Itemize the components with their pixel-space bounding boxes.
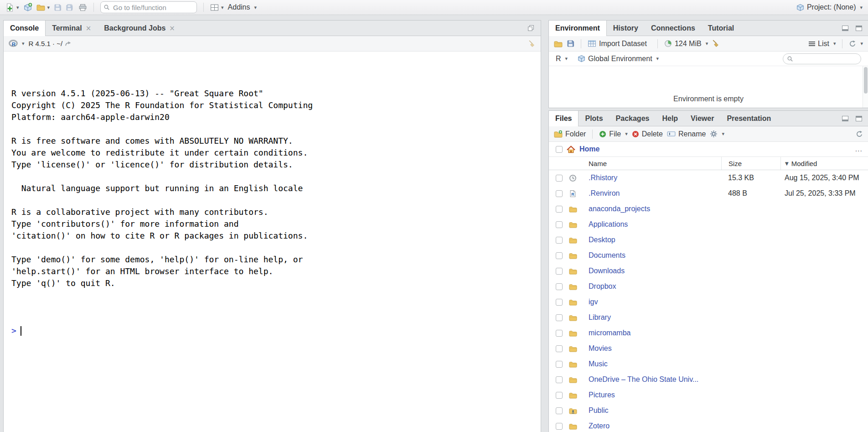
folder-link[interactable]: micromamba [589,329,630,337]
tab-background-jobs[interactable]: Background Jobs × [98,21,181,36]
folder-link[interactable]: Zotero [589,422,610,430]
table-row[interactable]: Applications [549,217,868,232]
console-output[interactable]: R version 4.5.1 (2025-06-13) -- "Great S… [4,52,541,432]
delete-button[interactable]: Delete [632,130,663,138]
table-row[interactable]: Public [549,403,868,418]
table-row[interactable]: Library [549,310,868,325]
tab-presentation[interactable]: Presentation [720,111,777,126]
environment-search-field[interactable] [783,53,861,64]
column-header-size[interactable]: Size [721,157,780,170]
row-checkbox[interactable] [556,345,563,352]
more-file-commands-button[interactable]: ▾ [710,130,724,138]
dropdown-arrow-icon[interactable]: ▾ [22,41,25,46]
row-checkbox[interactable] [556,175,563,182]
table-row[interactable]: .Rhistory 15.3 KB Aug 15, 2025, 3:40 PM [549,170,868,186]
scrollbar[interactable] [863,66,868,108]
refresh-files-button[interactable] [856,130,863,138]
row-checkbox[interactable] [556,221,563,228]
working-directory-arrow-icon[interactable] [65,41,72,47]
import-dataset-button[interactable]: Import Dataset [588,40,651,48]
refresh-environment-button[interactable]: ▾ [849,40,863,47]
new-file-button[interactable]: ▾ [5,3,19,12]
table-row[interactable]: .Renviron 488 B Jul 25, 2025, 3:33 PM [549,186,868,201]
row-checkbox[interactable] [556,330,563,337]
table-row[interactable]: Documents [549,248,868,263]
folder-link[interactable]: Downloads [589,267,625,275]
folder-link[interactable]: Music [589,360,608,368]
breadcrumb-home[interactable]: Home [579,145,599,153]
table-row[interactable]: Movies [549,341,868,356]
environment-selector[interactable]: Global Environment ▾ [578,55,659,63]
tab-plots[interactable]: Plots [579,111,609,126]
save-all-button[interactable] [66,4,74,11]
load-workspace-button[interactable] [554,40,563,47]
rename-button[interactable]: Rename [667,130,706,138]
maximize-pane-icon[interactable] [856,26,862,31]
save-workspace-button[interactable] [567,40,574,47]
folder-link[interactable]: Public [589,406,609,415]
panes-layout-button[interactable]: ▾ [210,4,224,11]
list-view-button[interactable]: List ▾ [809,40,836,48]
table-row[interactable]: igv [549,294,868,310]
maximize-pane-icon[interactable] [856,116,862,121]
minimize-pane-icon[interactable] [842,116,848,121]
folder-link[interactable]: Library [589,313,611,322]
row-checkbox[interactable] [556,361,563,368]
folder-link[interactable]: Movies [589,344,612,353]
new-folder-button[interactable]: Folder [554,130,586,138]
row-checkbox[interactable] [556,392,563,399]
table-row[interactable]: micromamba [549,325,868,341]
table-row[interactable]: anaconda_projects [549,201,868,217]
open-file-button[interactable]: ▾ [36,4,50,11]
new-project-button[interactable] [23,3,32,12]
print-button[interactable] [78,4,87,11]
save-button[interactable] [54,4,62,11]
file-link[interactable]: .Renviron [589,189,620,198]
column-header-name[interactable]: Name [582,160,721,167]
folder-link[interactable]: OneDrive – The Ohio State Univ... [589,375,698,384]
table-row[interactable]: OneDrive – The Ohio State Univ... [549,372,868,387]
tab-viewer[interactable]: Viewer [684,111,720,126]
tab-packages[interactable]: Packages [610,111,656,126]
table-row[interactable]: Zotero [549,418,868,432]
row-checkbox[interactable] [556,237,563,244]
more-columns-button[interactable]: ... [855,145,863,153]
tab-tutorial[interactable]: Tutorial [702,21,740,36]
select-all-checkbox[interactable] [556,146,563,153]
tab-console[interactable]: Console [4,21,46,36]
tab-environment[interactable]: Environment [549,21,607,36]
row-checkbox[interactable] [556,376,563,383]
folder-link[interactable]: anaconda_projects [589,205,650,213]
scrollbar-thumb[interactable] [864,67,868,94]
addins-dropdown[interactable]: Addins ▾ [228,3,257,11]
folder-link[interactable]: Dropbox [589,282,616,291]
table-row[interactable]: Pictures [549,387,868,403]
clear-console-button[interactable] [528,40,536,47]
minimize-pane-icon[interactable] [842,26,848,31]
language-selector[interactable]: R ▾ [556,55,568,63]
project-selector[interactable]: Project: (None) ▾ [796,3,863,11]
row-checkbox[interactable] [556,252,563,259]
close-icon[interactable]: × [169,24,175,32]
tab-terminal[interactable]: Terminal × [46,21,98,36]
column-header-modified[interactable]: ▼ Modified [780,157,868,170]
row-checkbox[interactable] [556,190,563,197]
row-checkbox[interactable] [556,283,563,290]
environment-search-input[interactable] [796,55,857,62]
row-checkbox[interactable] [556,299,563,306]
tab-history[interactable]: History [607,21,645,36]
row-checkbox[interactable] [556,314,563,321]
new-file-button-files[interactable]: File ▾ [599,130,627,138]
row-checkbox[interactable] [556,423,563,430]
folder-link[interactable]: Applications [589,220,628,229]
file-link[interactable]: .Rhistory [589,174,617,182]
folder-link[interactable]: igv [589,298,598,306]
tab-files[interactable]: Files [549,111,579,126]
goto-file-function-field[interactable] [100,1,197,13]
goto-input[interactable] [100,1,197,13]
table-row[interactable]: Downloads [549,263,868,279]
folder-link[interactable]: Pictures [589,391,615,399]
tab-connections[interactable]: Connections [645,21,702,36]
tab-help[interactable]: Help [656,111,684,126]
clear-objects-button[interactable] [712,40,720,47]
